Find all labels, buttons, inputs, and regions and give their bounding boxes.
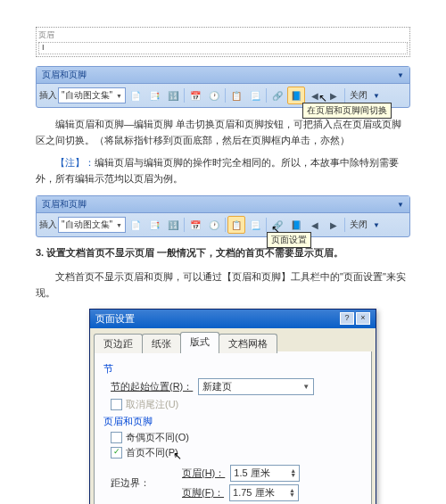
tab-layout[interactable]: 版式 [180,332,219,351]
separator [225,218,226,232]
autotext-dropdown[interactable]: "自动图文集" ▼ [58,217,126,233]
odd-even-checkbox[interactable]: 奇偶页不同(O) [111,431,362,444]
format-page-number-icon[interactable]: 🔢 [164,87,182,104]
switch-header-footer-icon[interactable]: 📘 [287,87,305,104]
header-preview-box: 页眉 I [36,27,410,57]
show-next-icon[interactable]: ▶ [325,216,343,234]
tab-grid[interactable]: 文档网格 [219,334,277,353]
autotext-value: "自动图文集" [62,219,112,231]
dropdown-arrow-icon: ▼ [116,222,122,228]
dropdown-arrow-icon: ▼ [116,93,122,99]
header-distance-label: 页眉(H)： [182,467,225,480]
page-count-icon[interactable]: 📑 [145,87,163,104]
dialog-title-bar[interactable]: 页面设置 ? × [90,310,376,328]
show-next-icon[interactable]: ▶ [325,87,343,104]
first-page-label: 首页不同(P) [126,446,178,459]
tab-margins[interactable]: 页边距 [94,334,143,353]
toolbar-options-dropdown-icon[interactable]: ▼ [397,71,404,79]
time-icon[interactable]: 🕐 [205,216,223,234]
help-button[interactable]: ? [340,312,354,325]
separator [266,88,267,103]
page-count-icon[interactable]: 📑 [145,216,163,234]
dialog-title-text: 页面设置 [95,312,135,326]
header-distance-value: 1.5 厘米 [234,467,269,480]
toolbar-overflow-icon[interactable]: ▼ [373,92,380,100]
section-3-title: 3. 设置文档首页不显示页眉 一般情况下，文档的首页不需要显示页眉。 [36,246,410,260]
header-edit-area[interactable]: I [38,42,408,54]
page-setup-dialog: 页面设置 ? × 页边距 纸张 版式 文档网格 节 节的起始位置(R)： 新建页… [89,309,376,504]
checkbox-icon [111,399,122,410]
checkbox-icon [111,432,122,443]
page-number-icon[interactable]: 📄 [127,87,145,104]
insert-label: 插入 [39,219,57,231]
first-page-checkbox[interactable]: ✓ 首页不同(P) ↖ [111,446,362,459]
paragraph-1: 编辑页眉和页脚—编辑页脚 单击切换页眉和页脚按钮，可把插入点在页眉或页脚区之间切… [36,117,410,148]
toolbar-overflow-icon[interactable]: ▼ [373,221,380,229]
separator [344,218,345,232]
header-footer-toolbar-2: 页眉和页脚 ▼ 插入 "自动图文集" ▼ 📄 📑 🔢 📅 🕐 📋 📃 🔗 📘 ◀… [36,195,410,237]
same-as-previous-icon[interactable]: 🔗 [268,216,286,234]
separator [184,218,185,232]
page-number-icon[interactable]: 📄 [127,216,145,234]
paragraph-2: 【注】：编辑页眉与编辑页脚的操作时完全相同的。所以，本故事中除特别需要外，所有编… [36,155,410,186]
insert-label: 插入 [39,89,57,102]
section-start-label: 节的起始位置(R)： [111,380,193,393]
footer-distance-spinner[interactable]: 1.75 厘米 ▲▼ [229,484,299,501]
close-button[interactable]: 关闭 [347,219,370,231]
odd-even-label: 奇偶页不同(O) [126,431,189,444]
checkbox-icon: ✓ [111,447,122,459]
dropdown-arrow-icon: ▼ [302,383,310,391]
suppress-endnotes-checkbox: 取消尾注(U) [111,398,362,411]
suppress-endnotes-label: 取消尾注(U) [126,398,178,411]
date-icon[interactable]: 📅 [186,216,204,234]
tooltip: 页面设置 [267,232,311,248]
page-setup-icon[interactable]: 📋 [227,216,245,234]
show-hide-text-icon[interactable]: 📃 [246,216,264,234]
text-cursor: I [42,43,45,52]
autotext-dropdown[interactable]: "自动图文集" ▼ [58,87,126,103]
close-button[interactable]: × [356,312,370,325]
toolbar-title-bar[interactable]: 页眉和页脚 ▼ [37,196,409,213]
separator [225,88,226,103]
header-label: 页眉 [38,29,408,41]
toolbar-options-dropdown-icon[interactable]: ▼ [397,201,404,209]
toolbar-title-text: 页眉和页脚 [42,198,87,211]
section-start-value: 新建页 [202,380,232,393]
separator [344,88,345,103]
section-3-body: 文档首页不显示页眉和页脚，可以通过【页眉和页脚】工具栏中的"页面设置"来实现。 [36,269,410,301]
date-icon[interactable]: 📅 [186,87,204,104]
header-distance-spinner[interactable]: 1.5 厘米 ▲▼ [230,465,300,482]
footer-distance-value: 1.75 厘米 [233,486,274,500]
dialog-tabs: 页边距 纸张 版式 文档网格 [90,328,376,351]
show-previous-icon[interactable]: ◀ [306,87,324,104]
tab-paper[interactable]: 纸张 [142,334,181,353]
header-footer-toolbar-1: 页眉和页脚 ▼ 插入 "自动图文集" ▼ 📄 📑 🔢 📅 🕐 📋 📃 🔗 📘 ◀… [36,66,410,108]
switch-header-footer-icon[interactable]: 📘 [287,216,305,234]
same-as-previous-icon[interactable]: 🔗 [268,87,286,104]
toolbar-title-bar[interactable]: 页眉和页脚 ▼ [37,67,409,84]
spin-down-icon[interactable]: ▼ [289,492,295,497]
footer-distance-label: 页脚(F)： [182,486,224,500]
time-icon[interactable]: 🕐 [205,87,223,104]
tooltip: 在页眉和页脚间切换 [302,103,392,119]
separator [266,218,267,232]
dialog-body: 节 节的起始位置(R)： 新建页 ▼ 取消尾注(U) 页眉和页脚 奇偶页不同(O… [94,351,372,504]
spin-down-icon[interactable]: ▼ [290,473,296,477]
group-section: 节 [103,362,362,376]
margin-label: 距边界： [111,476,150,490]
note-prefix: 【注】： [55,157,95,168]
page-setup-icon[interactable]: 📋 [227,87,245,104]
group-header-footer: 页眉和页脚 [103,415,362,428]
show-previous-icon[interactable]: ◀ [306,216,324,234]
toolbar-title-text: 页眉和页脚 [42,69,87,81]
show-hide-text-icon[interactable]: 📃 [246,87,264,104]
section-start-select[interactable]: 新建页 ▼ [198,378,314,395]
separator [184,88,185,103]
autotext-value: "自动图文集" [62,89,112,102]
close-button[interactable]: 关闭 [347,89,370,102]
format-page-number-icon[interactable]: 🔢 [164,216,182,234]
